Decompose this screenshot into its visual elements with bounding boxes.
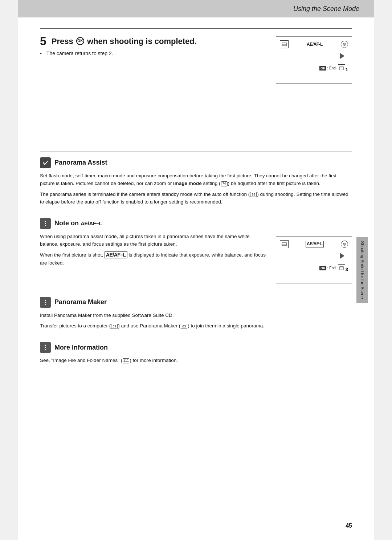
cam-diagram1-middle — [280, 51, 348, 61]
step5-heading-post: when shooting is completed. — [85, 37, 197, 46]
svg-point-7 — [45, 223, 46, 224]
ref-74: 74 — [221, 181, 228, 186]
cam-ok-end-2: OK : End — [319, 266, 336, 270]
panorama-maker-icon — [40, 297, 51, 308]
aeafl-title-text: AE/AF–L — [81, 220, 102, 226]
content: 5 Press OK when shooting is completed. T… — [18, 17, 374, 382]
svg-point-19 — [45, 347, 46, 348]
cam-icon-panorama-2 — [280, 240, 289, 248]
blank-section — [40, 87, 352, 145]
cam-circle-1 — [341, 41, 348, 48]
ref-111: 111 — [123, 358, 129, 363]
cam-counter-num-2: 3 — [346, 267, 348, 272]
panorama-assist-section: Panorama Assist Set flash mode, self-tim… — [40, 157, 352, 206]
svg-rect-13 — [340, 267, 343, 270]
more-info-body: See, "Image File and Folder Names" (111)… — [40, 356, 352, 364]
camera-diagram-1: AE/AF-L OK : End — [276, 36, 352, 84]
cam-diagram1-bottom: OK : End 1 — [280, 64, 348, 72]
ref-59: 59 — [111, 324, 118, 329]
more-info-section: More Information See, "Image File and Fo… — [40, 342, 352, 364]
ok-button-icon: OK — [76, 37, 84, 45]
camera-diagram-2: AE/AF-L OK : — [276, 236, 352, 283]
more-info-header: More Information — [40, 342, 352, 353]
top-divider — [40, 28, 352, 29]
more-info-title: More Information — [54, 344, 108, 351]
note-body2: When the first picture is shot, AE/AF–L … — [40, 251, 269, 267]
step5-heading: Press OK when shooting is completed. — [52, 36, 265, 47]
cam-icon-panorama — [280, 40, 289, 48]
panorama-assist-body2: The panorama series is terminated if the… — [40, 190, 352, 206]
divider-3 — [40, 291, 352, 291]
cam-circle-2 — [341, 241, 348, 248]
cam-arrow-1 — [340, 53, 344, 59]
note-on-aeafl-section: Note on AE/AF–L When using panorama assi… — [40, 218, 352, 283]
divider-4 — [40, 336, 352, 336]
more-info-icon — [40, 342, 51, 353]
cam-counter-num-1: 1 — [346, 67, 348, 72]
cam-counter-box-1 — [338, 64, 345, 72]
note-body1: When using panorama assist mode, all pic… — [40, 233, 269, 248]
step-number: 5 — [40, 35, 46, 48]
svg-point-18 — [45, 345, 46, 346]
step5-heading-pre: Press — [52, 37, 75, 46]
cam-diagram2-middle — [280, 250, 348, 261]
svg-point-8 — [45, 225, 46, 226]
step5-bullet: The camera returns to step 2. — [40, 50, 265, 57]
side-tab-text: Shooting Suited for the Scene — [360, 241, 365, 299]
page-number: 45 — [346, 523, 352, 529]
cam-counter-1: 1 — [338, 64, 348, 72]
svg-point-15 — [45, 300, 46, 301]
cam-ok-btn-1: OK — [319, 66, 327, 70]
panorama-assist-header: Panorama Assist — [40, 157, 352, 168]
cam-aeafl-label-2: AE/AF-L — [306, 241, 324, 247]
step5-text-col: 5 Press OK when shooting is completed. T… — [40, 36, 265, 57]
panorama-maker-title: Panorama Maker — [54, 298, 107, 306]
page: Using the Scene Mode 5 Press OK when sho… — [18, 0, 374, 540]
note-on-content-row: When using panorama assist mode, all pic… — [40, 233, 352, 283]
note-on-header: Note on AE/AF–L — [40, 218, 352, 229]
image-mode-bold: Image mode — [173, 181, 202, 186]
note-on-icon — [40, 218, 51, 229]
svg-point-17 — [45, 304, 46, 305]
cam-counter-2: 3 — [338, 264, 348, 272]
divider-1 — [40, 151, 352, 152]
header-title: Using the Scene Mode — [293, 5, 359, 13]
note-on-title: Note on AE/AF–L — [54, 219, 102, 227]
side-tab: Shooting Suited for the Scene — [356, 237, 368, 303]
cam-ok-btn-2: OK — [319, 266, 327, 270]
step5-row: 5 Press OK when shooting is completed. T… — [40, 36, 352, 84]
step5-heading-row: 5 Press OK when shooting is completed. — [40, 36, 265, 48]
panorama-maker-header: Panorama Maker — [40, 297, 352, 308]
panorama-assist-icon — [40, 157, 51, 168]
note-text-col: When using panorama assist mode, all pic… — [40, 233, 269, 270]
divider-2 — [40, 212, 352, 212]
aeafl-inline: AE/AF–L — [105, 251, 127, 258]
cam-diagram2-top-row: AE/AF-L — [280, 240, 348, 248]
ref-99: 99 — [250, 192, 257, 197]
panorama-assist-body1: Set flash mode, self-timer, macro mode a… — [40, 172, 352, 188]
cam-ok-end-1: OK : End — [319, 66, 336, 70]
header-bar: Using the Scene Mode — [18, 0, 374, 17]
cam-diagram1-top-row: AE/AF-L — [280, 40, 348, 48]
maker-body1: Install Panorama Maker from the supplied… — [40, 311, 352, 319]
svg-rect-4 — [340, 67, 343, 70]
panorama-maker-section: Panorama Maker Install Panorama Maker fr… — [40, 297, 352, 330]
ref-63: 63 — [181, 324, 187, 329]
cam-diagram2-bottom: OK : End 3 — [280, 264, 348, 272]
svg-point-20 — [45, 349, 46, 350]
svg-point-16 — [45, 302, 46, 303]
maker-body2: Transfer pictures to a computer (59) and… — [40, 322, 352, 330]
cam-arrow-2 — [340, 253, 344, 259]
cam-counter-box-2 — [338, 264, 345, 272]
svg-point-6 — [45, 221, 46, 222]
cam-aeafl-label-1: AE/AF-L — [307, 42, 323, 47]
panorama-assist-title: Panorama Assist — [54, 159, 107, 166]
